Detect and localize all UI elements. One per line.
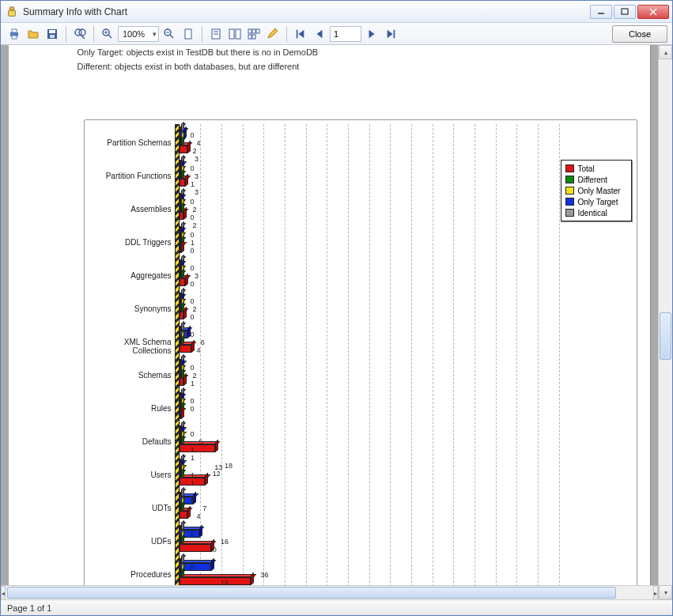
legend-label: Only Master bbox=[578, 187, 621, 195]
value-label: 3 bbox=[195, 155, 198, 163]
value-label: 3 bbox=[195, 272, 198, 280]
value-label: 0 bbox=[191, 364, 195, 372]
svg-point-19 bbox=[164, 29, 171, 36]
h-scroll-track[interactable] bbox=[6, 586, 653, 599]
svg-line-13 bbox=[81, 35, 85, 39]
value-label: 0 bbox=[191, 497, 195, 505]
document-viewport[interactable]: Only Target: objects exist in TestDB but… bbox=[1, 45, 658, 599]
value-label: 0 bbox=[191, 214, 195, 221]
whole-page-button[interactable] bbox=[180, 25, 197, 43]
legend-item: Identical bbox=[565, 207, 627, 218]
v-scrollbar[interactable]: ▴ ▾ bbox=[658, 45, 672, 599]
separator bbox=[93, 26, 94, 42]
print-button[interactable] bbox=[6, 25, 23, 43]
scroll-down-button[interactable]: ▾ bbox=[659, 585, 672, 599]
chart-bar bbox=[180, 212, 183, 220]
svg-rect-0 bbox=[9, 6, 13, 9]
first-page-button[interactable] bbox=[292, 25, 309, 43]
chart-bar bbox=[180, 544, 211, 552]
scroll-up-button[interactable]: ▴ bbox=[659, 45, 672, 59]
next-page-button[interactable] bbox=[363, 25, 380, 43]
legend-swatch bbox=[565, 198, 574, 206]
value-label: 2 bbox=[193, 147, 197, 155]
chart-bar bbox=[180, 411, 181, 419]
zoom-combo[interactable]: 100% ▾ bbox=[118, 26, 159, 42]
value-label: 10 bbox=[209, 546, 217, 554]
svg-rect-10 bbox=[49, 30, 55, 33]
h-scroll-thumb[interactable] bbox=[7, 587, 616, 599]
svg-rect-30 bbox=[256, 29, 259, 33]
value-label: 2 bbox=[193, 221, 197, 229]
value-label: 1 bbox=[191, 471, 195, 479]
v-scroll-thumb[interactable] bbox=[660, 312, 671, 360]
window-controls bbox=[590, 5, 669, 19]
multi-page-button[interactable] bbox=[245, 25, 263, 43]
value-label: 1 bbox=[191, 180, 195, 188]
window-title: Summary Info with Chart bbox=[23, 6, 590, 17]
value-label: 0 bbox=[191, 131, 195, 139]
value-label: 0 bbox=[191, 397, 195, 405]
summary-chart: Partition Schemas0423Partition Functions… bbox=[84, 119, 637, 599]
app-window: Summary Info with Chart 100% ▾ Cl bbox=[0, 0, 673, 616]
svg-rect-22 bbox=[185, 29, 191, 39]
h-scrollbar[interactable]: ◂ ▸ bbox=[1, 585, 658, 599]
annotate-button[interactable] bbox=[264, 25, 282, 43]
value-label: 3 bbox=[195, 172, 198, 180]
chart-bar bbox=[180, 378, 183, 386]
value-label: 0 bbox=[191, 164, 195, 172]
chart-bar bbox=[180, 345, 191, 353]
v-scroll-track[interactable] bbox=[659, 59, 672, 585]
open-button[interactable] bbox=[25, 25, 42, 43]
page-number-input[interactable] bbox=[330, 26, 361, 42]
category-label: Partition Functions bbox=[85, 172, 172, 180]
legend-label: Total bbox=[578, 164, 595, 173]
value-label: 18 bbox=[225, 462, 233, 470]
value-label: 0 bbox=[191, 563, 195, 571]
value-label: 1 bbox=[191, 454, 195, 462]
minimize-button[interactable] bbox=[590, 5, 612, 19]
prev-page-button[interactable] bbox=[311, 25, 328, 43]
value-label: 13 bbox=[214, 463, 222, 471]
close-window-button[interactable] bbox=[637, 5, 669, 19]
legend-item: Total bbox=[565, 163, 627, 174]
zoom-out-button[interactable] bbox=[161, 25, 178, 43]
scroll-right-button[interactable]: ▸ bbox=[653, 586, 658, 599]
find-button[interactable] bbox=[71, 25, 89, 43]
value-label: 1 bbox=[191, 239, 195, 247]
svg-rect-29 bbox=[252, 29, 255, 33]
chart-bar bbox=[180, 577, 251, 585]
close-button[interactable]: Close bbox=[612, 25, 667, 43]
one-page-button[interactable] bbox=[207, 25, 225, 43]
svg-rect-11 bbox=[50, 35, 55, 38]
titlebar: Summary Info with Chart bbox=[1, 1, 672, 23]
category-label: Defaults bbox=[85, 437, 172, 446]
svg-rect-26 bbox=[229, 29, 234, 39]
zoom-in-button[interactable] bbox=[99, 25, 116, 43]
chart-bar bbox=[180, 245, 182, 253]
value-label: 2 bbox=[193, 305, 197, 313]
svg-rect-32 bbox=[252, 35, 255, 39]
legend-item: Different bbox=[565, 174, 627, 185]
value-label: 0 bbox=[191, 331, 195, 338]
last-page-button[interactable] bbox=[382, 25, 399, 43]
statusbar: Page 1 of 1 bbox=[1, 599, 672, 615]
svg-point-15 bbox=[103, 29, 109, 36]
category-label: Partition Schemas bbox=[85, 138, 172, 147]
value-label: 0 bbox=[191, 247, 195, 255]
page-status: Page 1 of 1 bbox=[7, 603, 51, 613]
separator bbox=[286, 26, 287, 42]
svg-rect-3 bbox=[622, 9, 628, 14]
zoom-value: 100% bbox=[123, 29, 145, 39]
value-label: 1 bbox=[191, 479, 195, 487]
value-label: 0 bbox=[191, 313, 195, 321]
value-label: 4 bbox=[197, 512, 201, 520]
save-button[interactable] bbox=[43, 25, 61, 43]
value-label: 0 bbox=[191, 280, 195, 288]
chart-bar bbox=[180, 179, 186, 187]
value-label: 16 bbox=[221, 538, 229, 546]
svg-line-20 bbox=[170, 35, 173, 38]
legend-swatch bbox=[565, 164, 574, 172]
value-label: 3 bbox=[195, 188, 198, 196]
maximize-button[interactable] bbox=[614, 5, 636, 19]
two-page-button[interactable] bbox=[226, 25, 244, 43]
